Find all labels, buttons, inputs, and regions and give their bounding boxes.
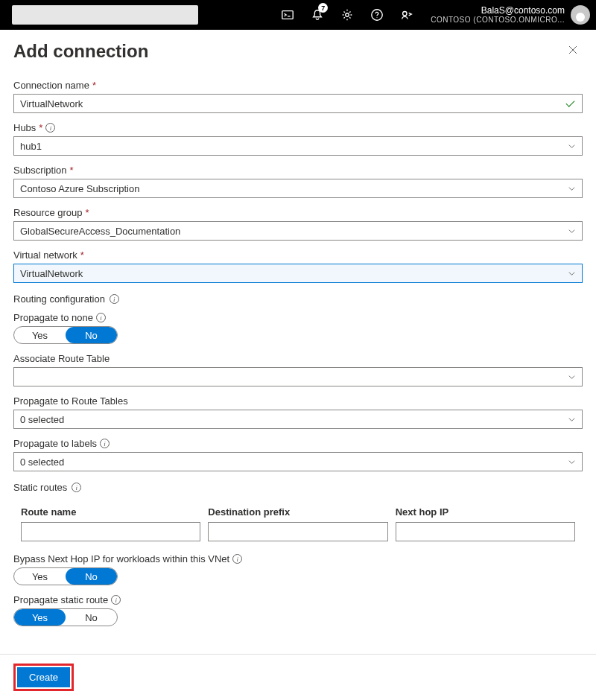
svg-rect-0 [282,11,293,19]
info-icon[interactable]: i [111,595,121,605]
notification-badge: 7 [318,3,328,13]
info-icon[interactable]: i [45,123,55,133]
notifications-icon[interactable]: 7 [302,0,332,30]
chevron-down-icon [567,457,576,466]
toggle-no[interactable]: No [66,609,117,626]
svg-point-3 [403,12,407,16]
connection-name-input[interactable]: VirtualNetwork [13,94,583,113]
route-dest-header: Destination prefix [208,506,387,518]
virtual-network-select[interactable]: VirtualNetwork [13,264,583,283]
info-icon[interactable]: i [100,439,110,448]
resource-group-label: Resource group [13,207,83,218]
required-indicator: * [86,207,89,218]
required-indicator: * [92,80,96,91]
info-icon[interactable]: i [96,313,106,322]
propagate-rt-select[interactable]: 0 selected [13,410,583,429]
info-icon[interactable]: i [72,483,81,492]
route-next-header: Next hop IP [396,506,575,518]
chevron-down-icon [567,184,576,193]
toggle-yes[interactable]: Yes [14,327,66,343]
top-bar: 7 BalaS@contoso.com CONTOSO (CONTOSO.ONM… [0,0,596,30]
route-name-header: Route name [21,506,200,518]
route-name-input[interactable] [21,522,200,541]
required-indicator: * [70,165,74,176]
user-email: BalaS@contoso.com [431,5,565,16]
info-icon[interactable]: i [110,294,119,304]
routes-table-row [13,522,583,546]
bypass-toggle[interactable]: Yes No [13,567,118,585]
info-icon[interactable]: i [232,554,242,564]
connection-name-label: Connection name [13,80,89,91]
chevron-down-icon [567,372,576,381]
routing-config-label: Routing configuration [13,293,105,305]
propagate-static-label: Propagate static route [13,594,108,605]
account-menu[interactable]: BalaS@contoso.com CONTOSO (CONTOSO.ONMIC… [422,5,590,25]
associate-rt-select[interactable] [13,367,583,386]
create-button-highlight: Create [13,664,74,691]
hubs-label: Hubs [13,122,36,133]
user-org: CONTOSO (CONTOSO.ONMICRO... [431,16,565,25]
associate-rt-label: Associate Route Table [13,353,110,364]
propagate-none-label: Propagate to none [13,312,93,323]
static-routes-label: Static routes [13,482,67,493]
footer: Create [0,654,596,700]
propagate-labels-label: Propagate to labels [13,438,97,449]
propagate-static-toggle[interactable]: Yes No [13,608,118,626]
subscription-label: Subscription [13,165,67,176]
subscription-select[interactable]: Contoso Azure Subscription [13,179,583,198]
hubs-select[interactable]: hub1 [13,136,583,156]
toggle-yes[interactable]: Yes [14,609,66,626]
required-indicator: * [80,249,84,261]
svg-point-1 [346,13,349,17]
chevron-down-icon [567,226,576,235]
settings-icon[interactable] [332,0,362,30]
route-next-input[interactable] [396,522,575,541]
virtual-network-label: Virtual network [13,249,77,261]
toggle-no[interactable]: No [66,327,117,343]
create-button[interactable]: Create [17,667,70,687]
page-title: Add connection [13,41,148,62]
required-indicator: * [39,122,42,133]
toggle-yes[interactable]: Yes [14,568,66,585]
route-dest-input[interactable] [208,522,387,541]
help-icon[interactable] [362,0,392,30]
cloud-shell-icon[interactable] [273,0,302,30]
global-search-input[interactable] [12,5,198,25]
chevron-down-icon [567,269,576,278]
routes-table-header: Route name Destination prefix Next hop I… [13,500,583,522]
resource-group-select[interactable]: GlobalSecureAccess_Documentation [13,221,583,241]
toggle-no[interactable]: No [66,568,117,585]
close-button[interactable] [563,39,583,63]
propagate-labels-select[interactable]: 0 selected [13,452,583,471]
propagate-none-toggle[interactable]: Yes No [13,326,118,344]
propagate-rt-label: Propagate to Route Tables [13,395,128,407]
avatar [571,5,590,25]
bypass-label: Bypass Next Hop IP for workloads within … [13,553,229,564]
feedback-icon[interactable] [392,0,422,30]
chevron-down-icon [567,141,576,150]
chevron-down-icon [567,415,576,424]
